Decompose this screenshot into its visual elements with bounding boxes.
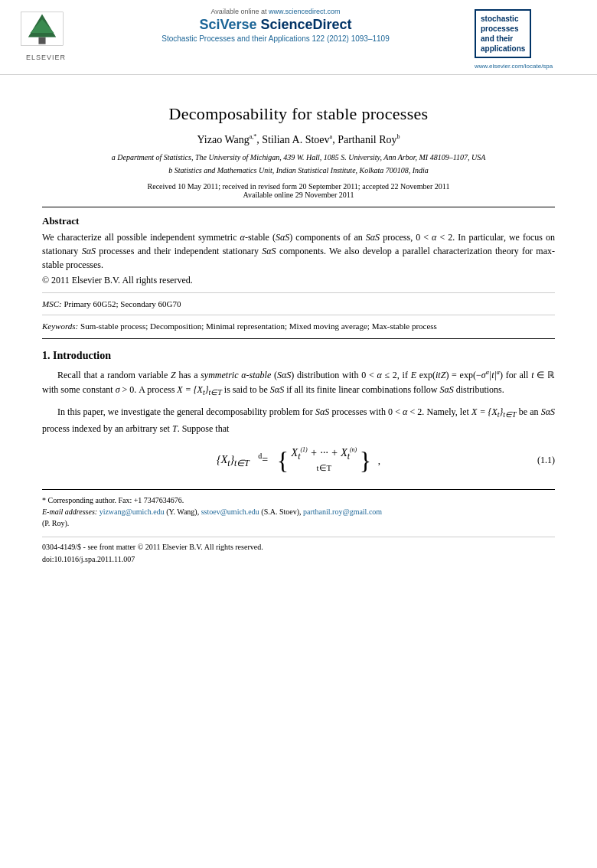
header-divider bbox=[42, 207, 555, 207]
msc-label: MSC: bbox=[42, 299, 62, 308]
formula-close-brace: } bbox=[360, 447, 371, 475]
sas-indexed: SαS bbox=[541, 406, 555, 417]
received-dates: Received 10 May 2011; received in revise… bbox=[42, 182, 555, 199]
authors-line: Yizao Wanga,*, Stilian A. Stoeva, Partha… bbox=[42, 133, 555, 146]
sigma-const: σ bbox=[116, 384, 120, 395]
sas-def: SαS bbox=[277, 370, 291, 380]
journal-logo-box: stochastic processes and their applicati… bbox=[475, 9, 531, 58]
sciverse-brand: SciVerse ScienceDirect bbox=[84, 17, 467, 33]
sas-process: SαS bbox=[270, 384, 284, 395]
sciencedirect-url[interactable]: www.sciencedirect.com bbox=[269, 8, 341, 15]
formula-comma: , bbox=[378, 455, 380, 466]
email-stoev[interactable]: sstoev@umich.edu bbox=[201, 507, 259, 516]
abstract-section: Abstract We characterize all possible in… bbox=[42, 215, 555, 286]
formula-open-brace: { bbox=[277, 447, 289, 475]
sas-components: SαS bbox=[262, 246, 276, 256]
sas-processes-ref: SαS bbox=[315, 406, 329, 417]
alpha-ineq: α bbox=[377, 370, 381, 380]
journal-logo-line4: applications bbox=[481, 44, 525, 53]
alpha-stable-sym: α bbox=[240, 232, 245, 243]
author-roy: Parthanil Roy bbox=[338, 134, 396, 145]
author-stoev: Stilian A. Stoev bbox=[262, 134, 329, 145]
abstract-title: Abstract bbox=[42, 215, 555, 227]
affiliation-a: a Department of Statistics, The Universi… bbox=[42, 152, 555, 163]
t-in-R: t bbox=[531, 370, 533, 380]
page: ELSEVIER Available online at www.science… bbox=[0, 0, 597, 868]
elsevier-logo-icon bbox=[15, 11, 69, 49]
alpha-range: α bbox=[403, 406, 407, 417]
author-yizao: Yizao Wang bbox=[197, 134, 249, 145]
section1-para2: In this paper, we investigate the genera… bbox=[42, 405, 555, 436]
rv-Z: Z bbox=[171, 370, 176, 380]
formula-rhs: Xt(1) + ··· + Xt(n) t∈T bbox=[292, 447, 357, 474]
email-label: E-mail addresses: bbox=[42, 507, 97, 516]
section1-number: 1. bbox=[42, 350, 51, 361]
section1-para1: Recall that a random variable Z has a sy… bbox=[42, 368, 555, 400]
email-yizao[interactable]: yizwang@umich.edu bbox=[100, 507, 165, 516]
doi-line: doi:10.1016/j.spa.2011.11.007 bbox=[42, 553, 555, 566]
set-T: T bbox=[172, 423, 178, 434]
symmetric-alpha-stable: symmetric α-stable bbox=[201, 370, 271, 380]
process-X: X = {Xt}t∈T bbox=[177, 384, 222, 395]
corresponding-note: * Corresponding author. Fax: +1 73476346… bbox=[42, 494, 555, 506]
journal-logo-line1: stochastic bbox=[481, 15, 518, 23]
journal-logo-line2: processes bbox=[481, 24, 518, 33]
affiliation-b: b Statistics and Mathematics Unit, India… bbox=[42, 165, 555, 176]
footer-notes: * Corresponding author. Fax: +1 73476346… bbox=[42, 489, 555, 529]
section-divider bbox=[42, 338, 555, 339]
sas-notation: SαS bbox=[276, 232, 289, 243]
available-online-date: Available online 29 November 2011 bbox=[243, 191, 354, 199]
email-note: E-mail addresses: yizwang@umich.edu (Y. … bbox=[42, 506, 555, 529]
sas-dist: SαS bbox=[439, 384, 453, 395]
journal-citation-line[interactable]: Stochastic Processes and their Applicati… bbox=[84, 34, 467, 43]
formula-1-1: {Xt}t∈T d= { Xt(1) + ··· + Xt(n) t∈T } ,… bbox=[42, 447, 555, 474]
issn-line: 0304-4149/$ - see front matter © 2011 El… bbox=[42, 541, 555, 553]
email-roy[interactable]: parthanil.roy@gmail.com bbox=[303, 507, 382, 516]
sas-stationary: SαS bbox=[82, 246, 96, 256]
copyright-notice: © 2011 Elsevier B.V. All rights reserved… bbox=[42, 275, 555, 286]
footer-bottom: 0304-4149/$ - see front matter © 2011 El… bbox=[42, 537, 555, 566]
sigma-alpha: σα|t|α bbox=[481, 370, 500, 380]
svg-marker-2 bbox=[31, 19, 54, 33]
sciverse-prefix: SciVerse bbox=[199, 17, 260, 32]
elsevier-logo-area: ELSEVIER bbox=[15, 11, 77, 61]
abstract-body: We characterize all possible independent… bbox=[42, 230, 555, 272]
msc-divider bbox=[42, 292, 555, 293]
affil-sup-b: b bbox=[397, 133, 400, 140]
sas-process-ref: SαS bbox=[366, 232, 380, 243]
formula-eq-sign: d= bbox=[258, 454, 270, 465]
affil-sup-a1: a,* bbox=[250, 133, 257, 140]
formula-content: {Xt}t∈T d= { Xt(1) + ··· + Xt(n) t∈T } , bbox=[217, 447, 380, 474]
X-process: X = {Xt}t∈T bbox=[471, 406, 517, 417]
header-center: Available online at www.sciencedirect.co… bbox=[77, 8, 475, 44]
dates-text: Received 10 May 2011; received in revise… bbox=[148, 182, 450, 191]
sciencedirect-label: ScienceDirect bbox=[261, 17, 352, 32]
alpha-var: α bbox=[432, 232, 436, 243]
svg-rect-0 bbox=[38, 38, 45, 44]
journal-logo-line3: and their bbox=[481, 34, 513, 43]
keywords-divider bbox=[42, 315, 555, 315]
keywords-values: Sum-stable process; Decomposition; Minim… bbox=[80, 321, 437, 331]
msc-classification: MSC: Primary 60G52; Secondary 60G70 bbox=[42, 299, 555, 308]
itZ: itZ bbox=[436, 370, 445, 380]
formula-lhs: {Xt}t∈T bbox=[217, 454, 250, 465]
elsevier-url-link[interactable]: www.elsevier.com/locate/spa bbox=[475, 63, 582, 70]
affil-sup-a2: a bbox=[330, 133, 333, 140]
keywords-line: Keywords: Sum-stable process; Decomposit… bbox=[42, 321, 555, 331]
formula-sum: Xt(1) + ··· + Xt(n) bbox=[292, 447, 357, 458]
char-fn: E bbox=[411, 370, 416, 380]
available-online-text: Available online at www.sciencedirect.co… bbox=[84, 8, 467, 15]
main-content: Decomposability for stable processes Yiz… bbox=[0, 75, 597, 581]
header: ELSEVIER Available online at www.science… bbox=[0, 0, 597, 75]
keywords-label: Keywords: bbox=[42, 321, 78, 331]
section1-title: Introduction bbox=[53, 350, 111, 361]
formula-index: t∈T bbox=[317, 463, 332, 472]
header-right: stochastic processes and their applicati… bbox=[475, 8, 582, 70]
formula-number: (1.1) bbox=[537, 455, 555, 466]
section1-heading: 1. Introduction bbox=[42, 350, 555, 362]
paper-title: Decomposability for stable processes bbox=[42, 104, 555, 124]
elsevier-label: ELSEVIER bbox=[15, 54, 77, 61]
